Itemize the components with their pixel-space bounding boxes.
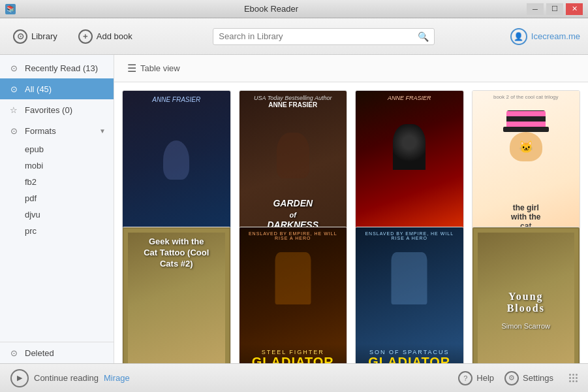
help-icon: ?: [458, 371, 472, 385]
book-text-overlay: SON OF SPARTACUS GLADIATOR SIMONSCARROW: [356, 344, 463, 363]
book-grid: ANNE FRASIER PALEIMMORTAL USA Today Best…: [114, 82, 588, 363]
user-account-button[interactable]: 👤 Icecream.me: [510, 28, 580, 45]
table-view-label: Table view: [140, 63, 180, 73]
play-button[interactable]: ▶: [10, 369, 29, 387]
book-card-gladiator-steel-fighter[interactable]: ENSLAVED BY EMPIRE, HE WILL RISE A HERO …: [239, 227, 348, 363]
play-icon: ▶: [17, 374, 22, 382]
mobi-label: mobi: [25, 161, 43, 171]
epub-label: epub: [25, 144, 44, 154]
library-label: Library: [31, 31, 57, 41]
sidebar-item-pdf[interactable]: pdf: [0, 190, 114, 206]
prc-label: prc: [25, 226, 37, 236]
warrior-art: [275, 252, 311, 304]
book-author-top: ANNE FRASIER: [356, 95, 463, 101]
warrior-art: [392, 252, 427, 304]
search-container: 🔍: [213, 28, 435, 45]
sidebar-item-all[interactable]: ⊙ All (45): [0, 78, 114, 99]
formats-icon: ⊙: [8, 125, 20, 137]
sidebar-item-prc[interactable]: prc: [0, 223, 114, 239]
book-tagline: ENSLAVED BY EMPIRE, HE WILL RISE A HERO: [240, 227, 347, 244]
main-area: ⊙ Recently Read (13) ⊙ All (45) ☆ Favori…: [0, 55, 588, 363]
settings-label: Settings: [523, 373, 553, 383]
book-tagline: ENSLAVED BY EMPIRE, HE WILL RISE A HERO: [356, 227, 463, 244]
sidebar-item-fb2[interactable]: fb2: [0, 174, 114, 190]
search-input[interactable]: [219, 31, 418, 41]
clock-icon: ⊙: [8, 62, 20, 74]
pdf-label: pdf: [25, 193, 37, 203]
resize-grip: [569, 374, 578, 382]
sidebar-section-main: ⊙ Recently Read (13) ⊙ All (45) ☆ Favori…: [0, 55, 114, 242]
book-author-top: ANNE FRASIER: [123, 96, 230, 103]
sidebar-item-favorites[interactable]: ☆ Favorites (0): [0, 99, 114, 120]
close-button[interactable]: ✕: [566, 3, 583, 15]
all-icon: ⊙: [8, 83, 20, 95]
table-view-icon: ☰: [127, 62, 136, 74]
recently-read-label: Recently Read (13): [25, 63, 98, 73]
sidebar-item-djvu[interactable]: djvu: [0, 206, 114, 223]
all-label: All (45): [25, 84, 52, 94]
book-card-geek-cat-tattoo[interactable]: Geek with theCat Tattoo (CoolCats #2) Th…: [122, 227, 231, 363]
library-icon: ⊙: [13, 29, 27, 44]
hat-art: 🐱: [506, 110, 546, 163]
chevron-down-icon: ▼: [99, 127, 106, 135]
continue-book-name[interactable]: Mirage: [104, 373, 130, 383]
book-author-top: USA Today Bestselling Author ANNE FRASIE…: [240, 95, 347, 108]
add-book-button[interactable]: + Add book: [73, 27, 138, 46]
help-button[interactable]: ? Help: [458, 371, 494, 385]
user-label: Icecream.me: [531, 31, 580, 41]
book-text-overlay: Geek with theCat Tattoo (CoolCats #2) Th…: [124, 229, 229, 363]
formats-label: Formats: [25, 126, 56, 136]
table-view-button[interactable]: ☰ Table view: [123, 60, 184, 76]
sidebar-item-epub[interactable]: epub: [0, 141, 114, 157]
content-area: ☰ Table view ANNE FRASIER PALEIMMORTAL: [114, 55, 588, 363]
book-card-young-bloods[interactable]: YoungBloods Simon Scarrow: [472, 227, 581, 363]
book-text-overlay: YoungBloods Simon Scarrow: [474, 229, 579, 363]
bottombar: ▶ Continue reading Mirage ? Help ⚙ Setti…: [0, 363, 588, 392]
restore-button[interactable]: ☐: [546, 3, 563, 15]
sidebar-item-formats[interactable]: ⊙ Formats ▼: [0, 120, 114, 141]
titlebar: 📚 Ebook Reader ─ ☐ ✕: [0, 0, 588, 18]
user-icon: 👤: [510, 28, 527, 45]
continue-reading-label: Continue reading: [34, 373, 99, 383]
content-header: ☰ Table view: [114, 55, 588, 82]
settings-button[interactable]: ⚙ Settings: [504, 371, 553, 385]
search-icon[interactable]: 🔍: [418, 31, 429, 42]
sidebar-item-recently-read[interactable]: ⊙ Recently Read (13): [0, 57, 114, 78]
add-icon: +: [78, 29, 93, 44]
library-button[interactable]: ⊙ Library: [8, 27, 63, 46]
app-icon: 📚: [5, 4, 16, 14]
star-icon: ☆: [8, 104, 20, 116]
sidebar-item-mobi[interactable]: mobi: [0, 157, 114, 174]
add-book-label: Add book: [97, 31, 132, 41]
book-tagline: book 2 of the cool cat trilogy: [472, 94, 580, 100]
titlebar-controls: ─ ☐ ✕: [527, 3, 583, 15]
fb2-label: fb2: [25, 177, 37, 187]
sidebar: ⊙ Recently Read (13) ⊙ All (45) ☆ Favori…: [0, 55, 114, 363]
deleted-label: Deleted: [25, 348, 54, 358]
book-text-overlay: STEEL FIGHTER GLADIATOR SIMONSCARROW: [240, 344, 347, 363]
sidebar-item-deleted[interactable]: ⊙ Deleted: [0, 342, 114, 363]
toolbar: ⊙ Library + Add book 🔍 👤 Icecream.me: [0, 18, 588, 55]
book-card-gladiator-son-spartacus[interactable]: ENSLAVED BY EMPIRE, HE WILL RISE A HERO …: [355, 227, 464, 363]
help-label: Help: [476, 373, 494, 383]
book-cover-art: [356, 124, 463, 170]
titlebar-title: Ebook Reader: [16, 4, 527, 14]
deleted-icon: ⊙: [8, 347, 20, 359]
minimize-button[interactable]: ─: [527, 3, 544, 15]
favorites-label: Favorites (0): [25, 105, 72, 115]
djvu-label: djvu: [25, 210, 40, 220]
bottombar-right: ? Help ⚙ Settings: [458, 371, 578, 385]
sidebar-bottom: ⊙ Deleted: [0, 342, 114, 363]
settings-icon: ⚙: [504, 371, 519, 385]
